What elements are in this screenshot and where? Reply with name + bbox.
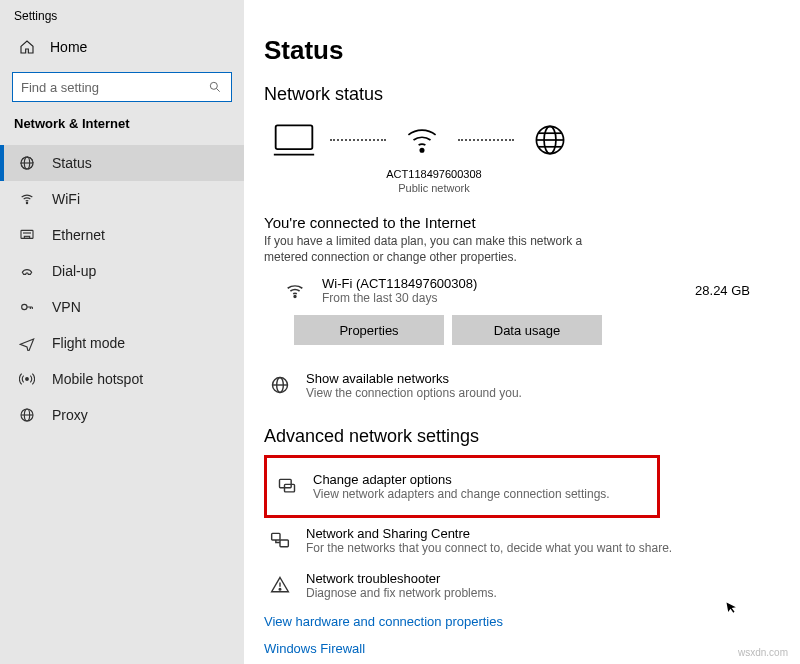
connection-data: 28.24 GB (695, 283, 750, 298)
main-content: Status Network status ACT118497600308 Pu… (244, 0, 800, 664)
svg-point-10 (26, 378, 29, 381)
network-name: ACT118497600308 (334, 167, 534, 181)
show-available-networks[interactable]: Show available networks View the connect… (264, 363, 800, 408)
category-label: Network & Internet (0, 116, 244, 131)
svg-point-21 (294, 295, 296, 297)
section-network-status: Network status (264, 84, 800, 105)
connection-buttons: Properties Data usage (294, 315, 800, 345)
troubleshoot-title: Network troubleshooter (306, 571, 497, 586)
network-troubleshooter[interactable]: Network troubleshooter Diagnose and fix … (264, 563, 800, 608)
svg-line-1 (216, 88, 219, 91)
wifi-icon (18, 190, 36, 208)
sidebar: Settings Home Network & Internet Status (0, 0, 244, 664)
watermark: wsxdn.com (738, 647, 788, 658)
sharing-icon (268, 528, 292, 552)
warning-icon (268, 573, 292, 597)
wifi-icon (394, 117, 450, 163)
network-diagram (266, 117, 800, 163)
network-sharing-centre[interactable]: Network and Sharing Centre For the netwo… (264, 518, 800, 563)
connection-ssid: Wi-Fi (ACT118497600308) (322, 276, 681, 291)
connection-row: Wi-Fi (ACT118497600308) From the last 30… (264, 276, 800, 305)
svg-rect-6 (21, 230, 33, 238)
adapter-title: Change adapter options (313, 472, 610, 487)
sharing-title: Network and Sharing Centre (306, 526, 672, 541)
nav-item-label: WiFi (52, 191, 80, 207)
svg-point-15 (420, 149, 423, 152)
change-adapter-options[interactable]: Change adapter options View network adap… (271, 464, 657, 509)
section-advanced: Advanced network settings (264, 426, 800, 447)
diagram-caption: ACT118497600308 Public network (334, 167, 534, 196)
home-icon (18, 38, 36, 56)
nav-item-label: Status (52, 155, 92, 171)
app-title: Settings (0, 0, 244, 28)
nav-home-label: Home (50, 39, 87, 55)
connected-headline: You're connected to the Internet (264, 214, 800, 231)
cursor-icon (725, 599, 741, 615)
highlight-box: Change adapter options View network adap… (264, 455, 660, 518)
link-windows-firewall[interactable]: Windows Firewall (264, 635, 800, 662)
plane-icon (18, 334, 36, 352)
globe-icon (522, 117, 578, 163)
search-box[interactable] (12, 72, 232, 102)
show-networks-desc: View the connection options around you. (306, 386, 522, 400)
nav-item-dialup[interactable]: Dial-up (0, 253, 244, 289)
diagram-line (330, 139, 386, 141)
ethernet-icon (18, 226, 36, 244)
search-input[interactable] (13, 73, 201, 101)
dialup-icon (18, 262, 36, 280)
adapter-icon (275, 474, 299, 498)
nav-item-label: Proxy (52, 407, 88, 423)
vpn-icon (18, 298, 36, 316)
adapter-desc: View network adapters and change connect… (313, 487, 610, 501)
svg-point-30 (279, 589, 281, 591)
nav-item-status[interactable]: Status (0, 145, 244, 181)
nav-item-proxy[interactable]: Proxy (0, 397, 244, 433)
nav-item-label: VPN (52, 299, 81, 315)
nav-item-ethernet[interactable]: Ethernet (0, 217, 244, 253)
properties-button[interactable]: Properties (294, 315, 444, 345)
svg-rect-28 (280, 540, 288, 547)
status-icon (18, 154, 36, 172)
page-title: Status (264, 35, 800, 66)
connection-period: From the last 30 days (322, 291, 681, 305)
hotspot-icon (18, 370, 36, 388)
search-wrap (12, 72, 232, 102)
wifi-icon (282, 278, 308, 304)
sharing-desc: For the networks that you connect to, de… (306, 541, 672, 555)
proxy-icon (18, 406, 36, 424)
connected-desc: If you have a limited data plan, you can… (264, 233, 584, 267)
svg-rect-7 (24, 236, 29, 238)
nav-home[interactable]: Home (0, 28, 244, 66)
svg-point-9 (22, 304, 27, 309)
nav-list: Status WiFi Ethernet Dial-up (0, 145, 244, 433)
troubleshoot-desc: Diagnose and fix network problems. (306, 586, 497, 600)
svg-rect-27 (272, 534, 280, 541)
search-icon (201, 73, 229, 101)
show-networks-title: Show available networks (306, 371, 522, 386)
nav-item-hotspot[interactable]: Mobile hotspot (0, 361, 244, 397)
pc-icon (266, 117, 322, 163)
svg-rect-14 (276, 125, 313, 149)
nav-item-wifi[interactable]: WiFi (0, 181, 244, 217)
nav-item-label: Mobile hotspot (52, 371, 143, 387)
link-hardware-properties[interactable]: View hardware and connection properties (264, 608, 800, 635)
nav-item-label: Dial-up (52, 263, 96, 279)
svg-rect-25 (280, 480, 292, 488)
diagram-line (458, 139, 514, 141)
nav-item-label: Flight mode (52, 335, 125, 351)
svg-point-5 (26, 202, 27, 203)
globe-icon (268, 373, 292, 397)
nav-item-vpn[interactable]: VPN (0, 289, 244, 325)
nav-item-flight-mode[interactable]: Flight mode (0, 325, 244, 361)
data-usage-button[interactable]: Data usage (452, 315, 602, 345)
network-type: Public network (398, 182, 470, 194)
nav-item-label: Ethernet (52, 227, 105, 243)
svg-point-0 (210, 82, 217, 89)
